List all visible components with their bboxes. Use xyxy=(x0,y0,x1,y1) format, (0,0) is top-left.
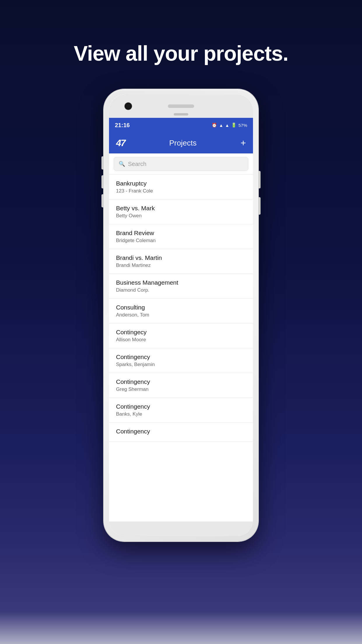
project-name: Betty vs. Mark xyxy=(116,205,246,212)
battery-icon: 🔋 xyxy=(231,123,237,128)
list-item[interactable]: ContingencySparks, Benjamin xyxy=(109,348,253,373)
project-subtitle: Banks, Kyle xyxy=(116,411,246,417)
project-list: Bankruptcy123 - Frank ColeBetty vs. Mark… xyxy=(109,175,253,522)
project-name: Contingency xyxy=(116,428,246,435)
project-subtitle: Allison Moore xyxy=(116,337,246,343)
battery-percent: 57% xyxy=(238,123,247,128)
list-item[interactable]: Business ManagementDiamond Corp. xyxy=(109,274,253,299)
search-container: 🔍 Search xyxy=(109,153,253,175)
add-project-button[interactable]: + xyxy=(240,138,246,148)
project-name: Brand Review xyxy=(116,230,246,237)
project-name: Contingency xyxy=(116,403,246,410)
status-time: 21:16 xyxy=(115,122,130,129)
speaker xyxy=(168,104,194,108)
screen-content: 21:16 ⏰ ▲ ▲ 🔋 57% 47 Projects + 🔍 xyxy=(109,118,253,522)
app-logo: 47 xyxy=(116,138,125,148)
status-icons: ⏰ ▲ ▲ 🔋 57% xyxy=(212,123,247,128)
camera xyxy=(125,103,131,109)
project-subtitle: 123 - Frank Cole xyxy=(116,188,246,194)
list-item[interactable]: Contingency xyxy=(109,423,253,442)
phone-screen: 21:16 ⏰ ▲ ▲ 🔋 57% 47 Projects + 🔍 xyxy=(109,94,253,536)
list-item[interactable]: Bankruptcy123 - Frank Cole xyxy=(109,175,253,200)
project-subtitle: Sparks, Benjamin xyxy=(116,362,246,368)
project-subtitle: Bridgete Coleman xyxy=(116,238,246,244)
project-subtitle: Brandi Martinez xyxy=(116,262,246,268)
app-header: 47 Projects + xyxy=(109,132,253,153)
phone-top-bezel xyxy=(109,94,253,118)
project-name: Contingency xyxy=(116,354,246,360)
phone-shell: 21:16 ⏰ ▲ ▲ 🔋 57% 47 Projects + 🔍 xyxy=(104,89,258,541)
project-subtitle: Anderson, Tom xyxy=(116,312,246,318)
wifi-icon: ▲ xyxy=(219,123,223,128)
project-name: Contingency xyxy=(116,378,246,385)
phone-bottom-bezel xyxy=(109,522,253,536)
status-bar: 21:16 ⏰ ▲ ▲ 🔋 57% xyxy=(109,118,253,132)
project-subtitle: Greg Sherman xyxy=(116,386,246,392)
list-item[interactable]: ConsultingAnderson, Tom xyxy=(109,299,253,323)
list-item[interactable]: ContingecyAllison Moore xyxy=(109,323,253,348)
list-item[interactable]: Brandi vs. MartinBrandi Martinez xyxy=(109,249,253,274)
project-name: Consulting xyxy=(116,304,246,311)
search-input[interactable]: 🔍 Search xyxy=(114,157,248,171)
list-item[interactable]: ContingencyBanks, Kyle xyxy=(109,398,253,423)
project-subtitle: Betty Owen xyxy=(116,213,246,219)
project-name: Contingecy xyxy=(116,329,246,336)
signal-icon: ▲ xyxy=(225,123,229,128)
search-icon: 🔍 xyxy=(119,161,125,167)
search-placeholder: Search xyxy=(128,161,146,167)
list-item[interactable]: Brand ReviewBridgete Coleman xyxy=(109,224,253,249)
page-headline: View all your projects. xyxy=(74,41,288,66)
alarm-icon: ⏰ xyxy=(212,123,217,128)
home-btn-top xyxy=(174,113,188,116)
project-name: Business Management xyxy=(116,279,246,286)
project-name: Brandi vs. Martin xyxy=(116,254,246,261)
project-subtitle: Diamond Corp. xyxy=(116,287,246,293)
app-title: Projects xyxy=(169,139,196,148)
list-item[interactable]: Betty vs. MarkBetty Owen xyxy=(109,200,253,224)
project-name: Bankruptcy xyxy=(116,180,246,187)
list-item[interactable]: ContingencyGreg Sherman xyxy=(109,373,253,398)
